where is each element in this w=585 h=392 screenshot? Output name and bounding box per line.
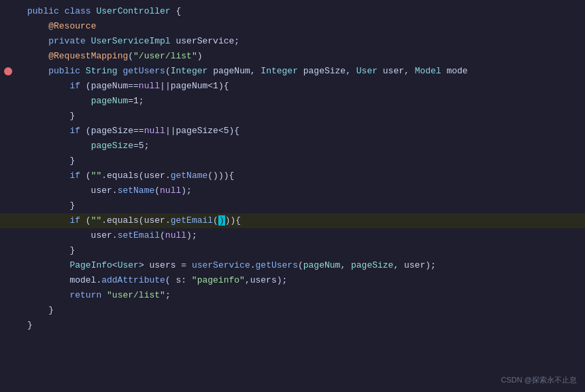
code-content-10: pageSize=5; (24, 139, 585, 154)
code-line-13: user.setName(null); (0, 183, 585, 198)
code-line-18: PageInfo<User> users = userService.getUs… (0, 258, 585, 273)
code-line-5: public String getUsers(Integer pageNum, … (0, 64, 585, 79)
code-content-11: } (24, 154, 585, 168)
code-content-12: if ("".equals(user.getName())){ (24, 169, 585, 183)
code-content-6: if (pageNum==null||pageNum<1){ (24, 79, 585, 94)
code-line-12: if ("".equals(user.getName())){ (0, 168, 585, 183)
code-content-2: @Resource (24, 20, 585, 34)
code-content-4: @RequestMapping("/user/list") (24, 50, 585, 64)
code-content-20: return "user/list"; (24, 289, 585, 303)
code-content-7: pageNum=1; (24, 94, 585, 109)
code-line-1: public class UserController { (0, 4, 585, 19)
watermark: CSDN @探索永不止息 (501, 374, 577, 387)
code-content-13: user.setName(null); (24, 184, 585, 198)
code-content-8: } (24, 109, 585, 124)
code-content-15: if ("".equals(user.getEmail())){ (24, 214, 585, 228)
code-content-17: } (24, 244, 585, 258)
code-content-5: public String getUsers(Integer pageNum, … (24, 65, 585, 79)
code-line-9: if (pageSize==null||pageSize<5){ (0, 124, 585, 139)
code-line-2: @Resource (0, 19, 585, 34)
code-content-22: } (24, 319, 585, 333)
code-line-10: pageSize=5; (0, 139, 585, 154)
code-line-7: pageNum=1; (0, 94, 585, 109)
code-content-16: user.setEmail(null); (24, 229, 585, 243)
code-line-4: @RequestMapping("/user/list") (0, 49, 585, 64)
code-content-3: private UserServiceImpl userService; (24, 35, 585, 49)
code-line-20: return "user/list"; (0, 288, 585, 303)
code-content-21: } (24, 304, 585, 318)
breakpoint-5 (4, 67, 12, 75)
code-line-17: } (0, 243, 585, 258)
code-content-9: if (pageSize==null||pageSize<5){ (24, 124, 585, 139)
code-editor: public class UserController { @Resource … (0, 0, 585, 392)
code-line-11: } (0, 154, 585, 168)
code-line-3: private UserServiceImpl userService; (0, 34, 585, 49)
code-content-19: model.addAttribute( s: "pageinfo",users)… (24, 274, 585, 288)
code-line-14: } (0, 198, 585, 213)
code-line-15: if ("".equals(user.getEmail())){ (0, 213, 585, 228)
code-line-22: } (0, 318, 585, 333)
code-line-16: user.setEmail(null); (0, 228, 585, 243)
code-line-19: model.addAttribute( s: "pageinfo",users)… (0, 273, 585, 288)
code-line-8: } (0, 109, 585, 124)
code-content-14: } (24, 199, 585, 213)
code-line-6: if (pageNum==null||pageNum<1){ (0, 79, 585, 94)
code-content-1: public class UserController { (24, 5, 585, 19)
code-content-18: PageInfo<User> users = userService.getUs… (24, 259, 585, 273)
code-line-21: } (0, 303, 585, 318)
